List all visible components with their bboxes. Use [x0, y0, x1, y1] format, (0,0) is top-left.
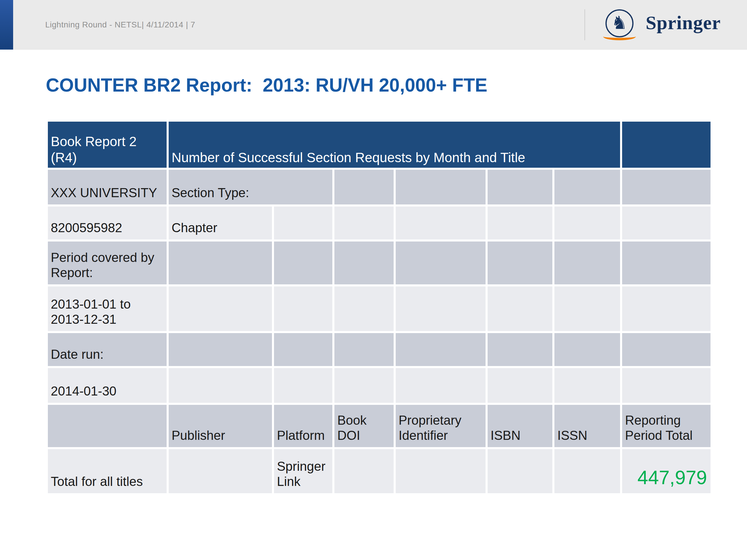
empty-cell	[553, 169, 621, 206]
empty-cell	[621, 206, 712, 241]
counter-br2-table: Book Report 2 (R4) Number of Successful …	[46, 119, 713, 495]
empty-cell	[395, 332, 487, 367]
platform-cell: Springer Link	[273, 448, 334, 495]
empty-cell	[273, 332, 334, 367]
publisher-cell	[168, 448, 273, 495]
empty-cell	[621, 367, 712, 404]
orange-swoosh	[603, 33, 636, 40]
report-description-cell: Number of Successful Section Requests by…	[168, 121, 621, 169]
empty-cell	[621, 332, 712, 367]
table-row: 8200595982 Chapter	[47, 206, 712, 241]
slide-title: COUNTER BR2 Report: 2013: RU/VH 20,000+ …	[46, 74, 711, 96]
empty-cell	[553, 286, 621, 332]
empty-cell	[553, 448, 621, 495]
empty-cell	[553, 367, 621, 404]
row-value-cell: Chapter	[168, 206, 273, 241]
column-header-cell: Book DOI	[334, 404, 395, 448]
empty-cell	[168, 286, 273, 332]
row-value-cell: Section Type:	[168, 169, 334, 206]
slide-meta-text: Lightning Round - NETSL| 4/11/2014 | 7	[45, 20, 585, 29]
empty-cell	[487, 448, 553, 495]
empty-cell	[168, 332, 273, 367]
empty-cell	[553, 206, 621, 241]
column-header-cell: Publisher	[168, 404, 273, 448]
empty-cell	[273, 206, 334, 241]
empty-cell	[273, 286, 334, 332]
column-header-cell: Reporting Period Total	[621, 404, 712, 448]
empty-cell	[334, 332, 395, 367]
total-value-cell: 447,979	[621, 448, 712, 495]
empty-cell	[168, 241, 273, 286]
springer-logo: ♞ Springer	[585, 9, 721, 40]
horse-glyph: ♞	[611, 14, 628, 32]
empty-cell	[395, 241, 487, 286]
row-label-cell: Period covered by Report:	[47, 241, 168, 286]
row-label-cell: Date run:	[47, 332, 168, 367]
slide-body: COUNTER BR2 Report: 2013: RU/VH 20,000+ …	[0, 74, 747, 495]
empty-cell	[334, 206, 395, 241]
column-header-cell: ISBN	[487, 404, 553, 448]
empty-cell	[395, 286, 487, 332]
empty-cell	[621, 286, 712, 332]
empty-cell	[273, 367, 334, 404]
column-header-cell: Platform	[273, 404, 334, 448]
empty-cell	[395, 169, 487, 206]
slide-header-bar: Lightning Round - NETSL| 4/11/2014 | 7 ♞…	[0, 0, 747, 50]
report-name-cell: Book Report 2 (R4)	[47, 121, 168, 169]
springer-wordmark: Springer	[646, 12, 721, 38]
empty-cell	[487, 367, 553, 404]
table-banner-row: Book Report 2 (R4) Number of Successful …	[47, 121, 712, 169]
empty-cell	[621, 241, 712, 286]
row-label-cell: 2014-01-30	[47, 367, 168, 404]
empty-cell	[395, 448, 487, 495]
row-label-cell: XXX UNIVERSITY	[47, 169, 168, 206]
empty-cell	[487, 332, 553, 367]
empty-cell	[487, 169, 553, 206]
empty-cell	[334, 169, 395, 206]
banner-spacer-cell	[621, 121, 712, 169]
column-header-cell: Proprietary Identifier	[395, 404, 487, 448]
column-header-row: Publisher Platform Book DOI Proprietary …	[47, 404, 712, 448]
empty-cell	[487, 241, 553, 286]
column-header-cell	[47, 404, 168, 448]
table-row: Period covered by Report:	[47, 241, 712, 286]
springer-horse-icon: ♞	[603, 9, 636, 40]
empty-cell	[487, 286, 553, 332]
logo-divider	[585, 9, 585, 40]
table-row: Date run:	[47, 332, 712, 367]
table-row: XXX UNIVERSITY Section Type:	[47, 169, 712, 206]
empty-cell	[487, 206, 553, 241]
table-row: 2013-01-01 to 2013-12-31	[47, 286, 712, 332]
empty-cell	[395, 206, 487, 241]
empty-cell	[334, 241, 395, 286]
empty-cell	[621, 169, 712, 206]
empty-cell	[334, 286, 395, 332]
empty-cell	[395, 367, 487, 404]
total-row: Total for all titles Springer Link 447,9…	[47, 448, 712, 495]
table-row: 2014-01-30	[47, 367, 712, 404]
empty-cell	[168, 367, 273, 404]
total-label-cell: Total for all titles	[47, 448, 168, 495]
column-header-cell: ISSN	[553, 404, 621, 448]
empty-cell	[273, 241, 334, 286]
row-label-cell: 8200595982	[47, 206, 168, 241]
empty-cell	[553, 332, 621, 367]
row-label-cell: 2013-01-01 to 2013-12-31	[47, 286, 168, 332]
corner-accent-stripe	[0, 0, 13, 50]
empty-cell	[553, 241, 621, 286]
empty-cell	[334, 448, 395, 495]
empty-cell	[334, 367, 395, 404]
